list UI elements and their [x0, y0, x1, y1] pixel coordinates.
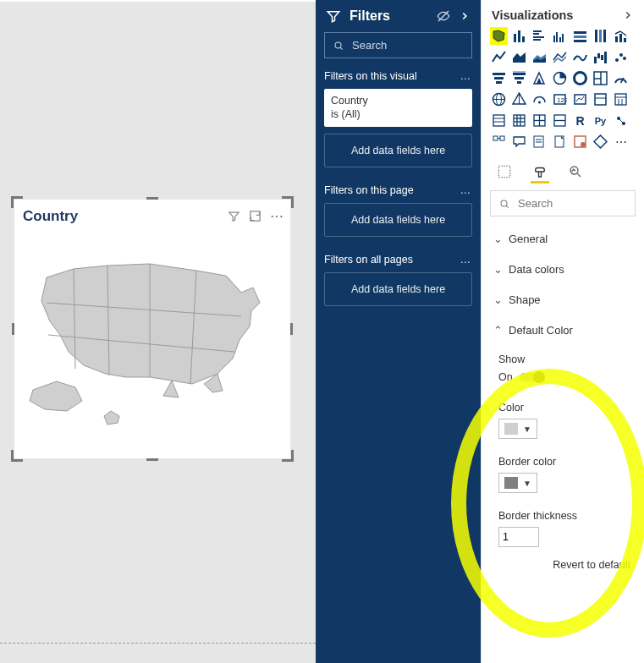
viz-decomp-tree-icon[interactable] [510, 69, 528, 87]
svg-line-92 [577, 173, 581, 176]
tab-format[interactable] [531, 162, 549, 184]
viz-waterfall-icon[interactable] [592, 48, 609, 66]
map-visual[interactable]: Country ⋯ [14, 200, 290, 458]
svg-rect-90 [498, 166, 510, 178]
add-fields-visual[interactable]: Add data fields here [324, 134, 472, 167]
section-more-icon[interactable]: … [460, 254, 473, 266]
viz-get-more-icon[interactable] [592, 133, 609, 151]
viz-key-drivers-icon[interactable] [612, 112, 630, 129]
viz-treemap-icon[interactable] [531, 69, 548, 87]
chevron-down-icon: ⌄ [493, 263, 502, 276]
viz-100-stacked-column-icon[interactable] [592, 27, 609, 45]
format-group-data-colors[interactable]: ⌄ Data colors [482, 254, 644, 284]
viz-scatter-icon[interactable] [612, 48, 630, 66]
svg-rect-12 [533, 36, 544, 38]
focus-mode-icon[interactable] [249, 210, 261, 222]
viz-matrix-icon[interactable] [490, 112, 508, 129]
svg-point-33 [623, 57, 626, 60]
viz-more-icon[interactable]: ⋯ [612, 133, 630, 151]
add-fields-all[interactable]: Add data fields here [324, 272, 472, 306]
format-group-default-color[interactable]: ⌃ Default Color [482, 315, 644, 345]
viz-power-apps-icon[interactable] [571, 133, 589, 151]
viz-line-column-icon[interactable] [612, 27, 630, 45]
show-toggle[interactable]: On [498, 371, 543, 383]
resize-handle-bottom-left[interactable] [11, 450, 23, 462]
tab-fields[interactable] [495, 162, 514, 184]
svg-rect-13 [533, 39, 541, 41]
viz-key-influencers-icon[interactable] [551, 112, 569, 129]
viz-multi-row-card-icon[interactable]: 123 [551, 90, 569, 108]
viz-python-icon[interactable]: Py [592, 112, 609, 129]
revert-to-default-button[interactable]: Revert to default [482, 556, 644, 579]
viz-line-icon[interactable] [490, 48, 508, 66]
report-canvas[interactable]: Country ⋯ [0, 0, 316, 663]
collapse-visualizations-icon[interactable] [622, 9, 634, 21]
tab-analytics[interactable] [566, 162, 585, 184]
filters-on-all-pages-section: Filters on all pages … Add data fields h… [316, 252, 481, 321]
chevron-down-icon: ▼ [523, 479, 531, 488]
svg-rect-58 [595, 94, 606, 105]
viz-clustered-column-icon[interactable] [551, 27, 569, 45]
filter-icon [326, 8, 341, 24]
filter-icon[interactable] [228, 210, 240, 222]
viz-paginated-icon[interactable] [551, 133, 569, 151]
format-search[interactable] [490, 190, 636, 216]
svg-rect-80 [493, 136, 498, 140]
viz-decomposition-icon[interactable] [490, 133, 508, 151]
viz-line-stacked-column-icon[interactable] [551, 48, 569, 66]
viz-kpi-icon[interactable] [571, 90, 589, 108]
viz-stacked-column-icon[interactable] [510, 27, 528, 45]
format-search-input[interactable] [516, 196, 626, 211]
viz-donut-icon[interactable] [571, 69, 589, 87]
section-more-icon[interactable]: … [460, 70, 473, 82]
filter-card-country[interactable]: Country is (All) [324, 89, 472, 127]
color-swatch [504, 423, 518, 435]
viz-grid-icon[interactable] [531, 112, 548, 129]
viz-r-script-icon[interactable]: R [571, 112, 589, 129]
viz-gauge-icon[interactable] [612, 69, 630, 87]
viz-stacked-area-icon[interactable] [531, 48, 548, 66]
svg-rect-34 [493, 73, 505, 75]
viz-slicer-icon[interactable] [592, 90, 609, 108]
resize-handle-bottom[interactable] [146, 458, 158, 461]
viz-matrix-alt-icon[interactable] [510, 112, 528, 129]
color-picker[interactable]: ▼ [498, 419, 537, 439]
resize-handle-left[interactable] [12, 323, 14, 335]
section-more-icon[interactable]: … [460, 184, 473, 196]
viz-azure-map-icon[interactable] [510, 90, 528, 108]
svg-text:123: 123 [557, 96, 567, 104]
border-color-picker[interactable]: ▼ [498, 473, 537, 493]
format-group-general[interactable]: ⌄ General [482, 223, 644, 254]
viz-shape-map-icon[interactable] [490, 27, 508, 45]
resize-handle-right[interactable] [290, 323, 293, 335]
section-label: Filters on this visual [324, 70, 417, 82]
filters-search-input[interactable] [350, 38, 463, 52]
svg-rect-9 [522, 36, 525, 42]
format-group-label: General [509, 233, 548, 245]
border-thickness-input[interactable] [498, 527, 539, 547]
viz-ribbon-icon[interactable] [571, 48, 589, 66]
viz-clustered-bar-icon[interactable] [531, 27, 548, 45]
viz-pie-icon[interactable] [551, 69, 569, 87]
viz-table-icon[interactable] [612, 90, 630, 108]
viz-card-icon[interactable] [531, 90, 548, 108]
viz-100-stacked-bar-icon[interactable] [571, 27, 589, 45]
viz-funnel-icon[interactable] [490, 69, 508, 87]
more-options-icon[interactable]: ⋯ [270, 208, 285, 224]
resize-handle-top[interactable] [146, 197, 158, 200]
viz-area-icon[interactable] [510, 48, 528, 66]
viz-qa-icon[interactable] [510, 133, 528, 151]
resize-handle-top-left[interactable] [11, 196, 23, 208]
resize-handle-bottom-right[interactable] [282, 450, 294, 462]
viz-smart-narrative-icon[interactable] [531, 133, 548, 151]
viz-treemap2-icon[interactable] [592, 69, 609, 87]
add-fields-page[interactable]: Add data fields here [324, 203, 472, 237]
hide-filters-icon[interactable] [437, 9, 450, 23]
format-group-shape[interactable]: ⌄ Shape [482, 284, 644, 315]
viz-map-icon[interactable] [490, 90, 508, 108]
collapse-filters-icon[interactable] [459, 10, 471, 22]
filters-search[interactable] [324, 32, 472, 58]
svg-rect-22 [599, 30, 602, 42]
resize-handle-top-right[interactable] [282, 196, 294, 208]
search-icon [499, 198, 509, 210]
